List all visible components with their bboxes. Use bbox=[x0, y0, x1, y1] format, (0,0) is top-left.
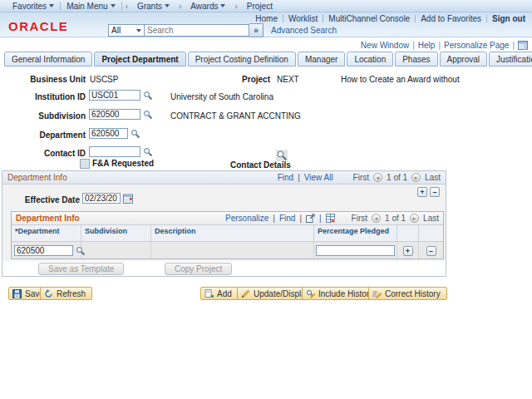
tab-phases[interactable]: Phases bbox=[395, 52, 437, 66]
correct-history-icon bbox=[372, 289, 382, 298]
tab-manager[interactable]: Manager bbox=[298, 52, 345, 66]
search-input[interactable] bbox=[145, 24, 249, 37]
next-row-icon[interactable]: ► bbox=[411, 173, 421, 182]
grid-add-row-button[interactable]: + bbox=[403, 246, 413, 256]
grid-department-input[interactable] bbox=[14, 245, 73, 256]
add-button[interactable]: Add bbox=[200, 287, 239, 300]
tab-project-costing-definition[interactable]: Project Costing Definition bbox=[188, 52, 296, 66]
add-icon bbox=[204, 289, 214, 298]
refresh-button[interactable]: Refresh bbox=[40, 287, 92, 300]
effective-date-input[interactable] bbox=[82, 193, 121, 204]
row-counter: 1 of 1 bbox=[387, 173, 407, 182]
grid-last-label[interactable]: Last bbox=[423, 214, 439, 223]
main-menu[interactable]: Main Menu bbox=[61, 2, 121, 11]
save-as-template-button[interactable]: Save as Template bbox=[38, 263, 124, 275]
calendar-icon[interactable] bbox=[123, 194, 133, 204]
breadcrumb-grants[interactable]: Grants bbox=[131, 2, 175, 11]
project-label: Project bbox=[187, 75, 270, 84]
zoom-grid-icon[interactable] bbox=[306, 214, 315, 223]
new-window-link[interactable]: New Window bbox=[361, 41, 409, 50]
delete-row-button[interactable]: – bbox=[430, 187, 440, 197]
contact-id-input[interactable] bbox=[89, 146, 140, 157]
contact-lookup-icon[interactable] bbox=[143, 147, 153, 157]
grid-first-label[interactable]: First bbox=[352, 214, 367, 223]
divider: | bbox=[299, 214, 302, 223]
effective-date-label: Effective Date bbox=[0, 195, 80, 204]
tab-justification[interactable]: Justification bbox=[489, 52, 532, 66]
grid-delete-row-button[interactable]: – bbox=[426, 246, 436, 256]
row-minus-cell: – bbox=[419, 242, 443, 260]
search-go-button[interactable]: » bbox=[249, 23, 264, 37]
download-grid-icon[interactable] bbox=[326, 214, 335, 223]
fa-requested-label: F&A Requested bbox=[92, 159, 154, 168]
help-link[interactable]: Help bbox=[418, 41, 436, 50]
row-add-remove: + – bbox=[417, 187, 440, 197]
divider: | bbox=[273, 214, 275, 223]
last-label[interactable]: Last bbox=[425, 173, 441, 182]
breadcrumb-separator: › bbox=[122, 2, 131, 11]
chevron-down-icon bbox=[220, 4, 225, 7]
add-to-favorites-link[interactable]: Add to Favorites bbox=[421, 14, 481, 23]
sign-out-link[interactable]: Sign out bbox=[492, 14, 525, 23]
business-unit-value: USCSP bbox=[90, 75, 118, 84]
breadcrumb-awards[interactable]: Awards bbox=[185, 2, 231, 11]
divider bbox=[415, 15, 416, 22]
header-links: Home Worklist MultiChannel Console Add t… bbox=[255, 14, 525, 23]
tab-project-department[interactable]: Project Department bbox=[94, 52, 185, 66]
grid-find-link[interactable]: Find bbox=[279, 214, 295, 223]
subdivision-input[interactable] bbox=[89, 109, 140, 120]
find-link[interactable]: Find bbox=[278, 173, 293, 182]
personalize-layout-icon[interactable] bbox=[518, 41, 528, 50]
search-controls: All » Advanced Search bbox=[108, 23, 337, 37]
tab-location[interactable]: Location bbox=[347, 52, 393, 66]
breadcrumb-separator: › bbox=[175, 2, 185, 11]
section-title: Department Info bbox=[7, 173, 67, 182]
section-pager: Find | View All First ◄ 1 of 1 ► Last bbox=[278, 173, 441, 182]
department-input[interactable] bbox=[89, 128, 128, 139]
tab-approval[interactable]: Approval bbox=[440, 52, 487, 66]
add-row-button[interactable]: + bbox=[417, 187, 427, 197]
header-bar: ORACLE Home Worklist MultiChannel Consol… bbox=[0, 12, 532, 37]
view-all-link[interactable]: View All bbox=[304, 173, 333, 182]
grid-column-headers: *Department Subdivision Description Perc… bbox=[12, 225, 443, 242]
main-menu-label: Main Menu bbox=[66, 2, 107, 11]
department-cell bbox=[12, 242, 81, 260]
search-scope-select[interactable]: All bbox=[108, 24, 145, 37]
breadcrumb-project[interactable]: Project bbox=[241, 2, 278, 11]
grid-next-icon[interactable]: ► bbox=[410, 214, 419, 223]
add-button-label: Add bbox=[217, 289, 232, 298]
worklist-link[interactable]: Worklist bbox=[288, 14, 318, 23]
advanced-search-link[interactable]: Advanced Search bbox=[271, 26, 337, 35]
department-lookup-icon[interactable] bbox=[131, 129, 140, 139]
favorites-menu[interactable]: Favorites bbox=[7, 2, 60, 11]
home-link[interactable]: Home bbox=[255, 14, 278, 23]
multichannel-console-link[interactable]: MultiChannel Console bbox=[328, 14, 410, 23]
chevron-down-icon bbox=[111, 4, 116, 7]
department-info-section-header: Department Info Find | View All First ◄ … bbox=[2, 171, 446, 185]
percentage-pledged-input[interactable] bbox=[316, 245, 395, 256]
first-label[interactable]: First bbox=[353, 173, 369, 182]
breadcrumb-grants-label: Grants bbox=[137, 2, 162, 11]
section-footer: Save as Template Copy Project bbox=[2, 261, 446, 276]
institution-lookup-icon[interactable] bbox=[143, 91, 153, 101]
subdivision-lookup-icon[interactable] bbox=[143, 110, 153, 120]
grid-header: Department Info Personalize | Find | | F… bbox=[12, 212, 443, 225]
business-unit-label: Business Unit bbox=[2, 75, 86, 84]
subdivision-description: CONTRACT & GRANT ACCNTING bbox=[170, 111, 301, 121]
personalize-page-link[interactable]: Personalize Page bbox=[444, 41, 509, 50]
copy-project-button[interactable]: Copy Project bbox=[165, 263, 232, 275]
personalize-link[interactable]: Personalize bbox=[225, 214, 268, 223]
contact-id-label: Contact ID bbox=[2, 149, 86, 158]
application-window: Favorites Main Menu › Grants › Awards › … bbox=[0, 0, 532, 399]
col-actions-2 bbox=[419, 225, 443, 241]
contact-details-lookup-icon[interactable] bbox=[276, 150, 288, 161]
fa-requested-checkbox[interactable] bbox=[80, 159, 90, 169]
tab-general-information[interactable]: General Information bbox=[4, 52, 92, 66]
grid-row-counter: 1 of 1 bbox=[385, 214, 406, 223]
col-description: Description bbox=[151, 225, 314, 241]
previous-row-icon[interactable]: ◄ bbox=[373, 173, 382, 182]
table-row: + – bbox=[12, 242, 443, 260]
grid-previous-icon[interactable]: ◄ bbox=[372, 214, 381, 223]
institution-id-input[interactable] bbox=[89, 90, 140, 101]
correct-history-button[interactable]: Correct History bbox=[368, 287, 447, 300]
